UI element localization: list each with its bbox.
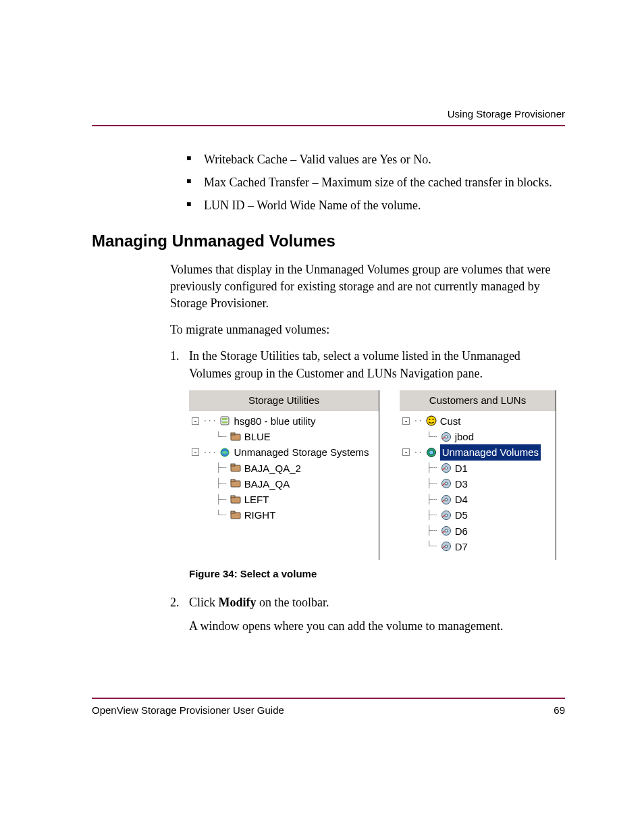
tree-node-jbod[interactable]: └┄ jbod: [400, 429, 553, 444]
tree-label: D4: [455, 492, 468, 507]
globe-icon: [219, 447, 230, 457]
svg-point-20: [429, 450, 433, 454]
tree-label: RIGHT: [244, 507, 276, 523]
disk-icon: [441, 479, 452, 489]
page-footer: OpenView Storage Provisioner User Guide …: [92, 698, 565, 716]
tree-node-unmanaged-systems[interactable]: - ··· Unmanaged Storage Systems: [189, 444, 376, 460]
svg-point-30: [445, 529, 448, 532]
bullet-item: Writeback Cache – Valid values are Yes o…: [186, 151, 565, 170]
svg-rect-0: [221, 417, 229, 425]
tree-node-d6[interactable]: ├┄ D6: [400, 523, 553, 539]
tree-node-d4[interactable]: ├┄ D4: [400, 492, 553, 507]
smiley-icon: [426, 416, 437, 426]
footer-rule: [92, 698, 565, 699]
svg-point-22: [445, 467, 448, 469]
collapse-icon[interactable]: -: [402, 417, 410, 425]
tree-node-baja-qa-2[interactable]: ├┄ BAJA_QA_2: [189, 461, 376, 476]
svg-point-14: [427, 416, 436, 425]
tree-node-baja-qa[interactable]: ├┄ BAJA_QA: [189, 476, 376, 492]
svg-rect-11: [231, 496, 235, 498]
tree-node-unmanaged-volumes[interactable]: - ·· Unmanaged Volumes: [400, 444, 553, 460]
figure-34: Storage Utilities - ··· hsg80 - blue uti…: [189, 390, 565, 560]
tree-node-left[interactable]: ├┄ LEFT: [189, 492, 376, 507]
svg-rect-9: [231, 479, 235, 481]
step-item: In the Storage Utilities tab, select a v…: [170, 348, 565, 581]
panel-header: Storage Utilities: [189, 390, 379, 411]
collapse-icon[interactable]: -: [192, 417, 199, 425]
tree-label: Unmanaged Storage Systems: [234, 444, 369, 460]
tree-node-d3[interactable]: ├┄ D3: [400, 476, 553, 492]
tree-label: D6: [455, 523, 468, 539]
step-subtext: A window opens where you can add the vol…: [189, 618, 565, 635]
header-rule: [92, 125, 565, 126]
disk-icon: [441, 526, 452, 536]
svg-point-28: [445, 514, 448, 517]
tree-node-d1[interactable]: ├┄ D1: [400, 461, 553, 476]
tree-label: BAJA_QA: [244, 476, 290, 492]
bullet-item: Max Cached Transfer – Maximum size of th…: [186, 174, 565, 192]
tree-node-d7[interactable]: └┄ D7: [400, 539, 553, 554]
tree-label: D7: [455, 539, 468, 554]
folder-icon: [230, 432, 241, 442]
bullet-list: Writeback Cache – Valid values are Yes o…: [186, 151, 565, 215]
svg-rect-4: [231, 433, 235, 435]
tree-node-right[interactable]: └┄ RIGHT: [189, 507, 376, 523]
svg-rect-2: [222, 421, 227, 423]
globe-blue-icon: [426, 447, 437, 457]
footer-title: OpenView Storage Provisioner User Guide: [92, 704, 284, 716]
svg-rect-1: [222, 418, 227, 420]
tree-label: hsg80 - blue utility: [234, 413, 315, 429]
svg-point-24: [445, 482, 448, 485]
panel-header: Customers and LUNs: [400, 390, 556, 411]
tree-label: D5: [455, 507, 468, 523]
page-number: 69: [554, 704, 565, 716]
running-header: Using Storage Provisioner: [92, 108, 565, 120]
tree-node-blue[interactable]: └┄ BLUE: [189, 429, 376, 444]
disk-icon: [441, 510, 452, 520]
tree-label: jbod: [455, 429, 474, 444]
tree-label: LEFT: [244, 492, 269, 507]
folder-icon: [230, 463, 241, 473]
server-icon: [219, 416, 230, 426]
svg-point-15: [429, 419, 430, 420]
collapse-icon[interactable]: -: [402, 448, 410, 456]
step-text-part: on the toolbar.: [257, 596, 329, 609]
paragraph: To migrate unmanaged volumes:: [170, 321, 565, 338]
tree-node-hsg80[interactable]: - ··· hsg80 - blue utility: [189, 413, 376, 429]
svg-point-32: [445, 545, 448, 548]
step-list: In the Storage Utilities tab, select a v…: [170, 348, 565, 635]
paragraph: Volumes that display in the Unmanaged Vo…: [170, 261, 565, 313]
tree-node-cust[interactable]: - ·· Cust: [400, 413, 553, 429]
step-text: In the Storage Utilities tab, select a v…: [189, 349, 520, 380]
disk-icon: [441, 494, 452, 504]
tree: - ··· hsg80 - blue utility └┄ BLUE: [189, 411, 379, 529]
customers-luns-panel: Customers and LUNs - ·· Cust └┄: [400, 390, 556, 560]
figure-caption: Figure 34: Select a volume: [189, 567, 565, 581]
svg-point-16: [432, 419, 433, 420]
tree-label: Cust: [440, 413, 461, 429]
tree-node-d5[interactable]: ├┄ D5: [400, 507, 553, 523]
svg-rect-13: [231, 511, 235, 513]
tree-label: BLUE: [244, 429, 271, 444]
step-text-bold: Modify: [219, 596, 257, 609]
section-heading: Managing Unmanaged Volumes: [92, 232, 565, 251]
tree-label: D1: [455, 461, 468, 476]
disk-icon: [441, 463, 452, 473]
tree-label: D3: [455, 476, 468, 492]
step-text-part: Click: [189, 596, 219, 609]
collapse-icon[interactable]: -: [192, 448, 199, 456]
storage-utilities-panel: Storage Utilities - ··· hsg80 - blue uti…: [189, 390, 379, 560]
tree-label-selected: Unmanaged Volumes: [440, 444, 541, 460]
svg-point-26: [445, 498, 448, 501]
tree-label: BAJA_QA_2: [244, 461, 301, 476]
svg-point-18: [445, 436, 448, 438]
folder-icon: [230, 510, 241, 520]
step-item: Click Modify on the toolbar. A window op…: [170, 594, 565, 635]
folder-icon: [230, 494, 241, 504]
bullet-item: LUN ID – World Wide Name of the volume.: [186, 197, 565, 215]
svg-rect-7: [231, 464, 235, 466]
disk-icon: [441, 542, 452, 552]
disk-icon: [441, 432, 452, 442]
tree: - ·· Cust └┄ jbod -: [400, 411, 556, 560]
folder-icon: [230, 479, 241, 489]
